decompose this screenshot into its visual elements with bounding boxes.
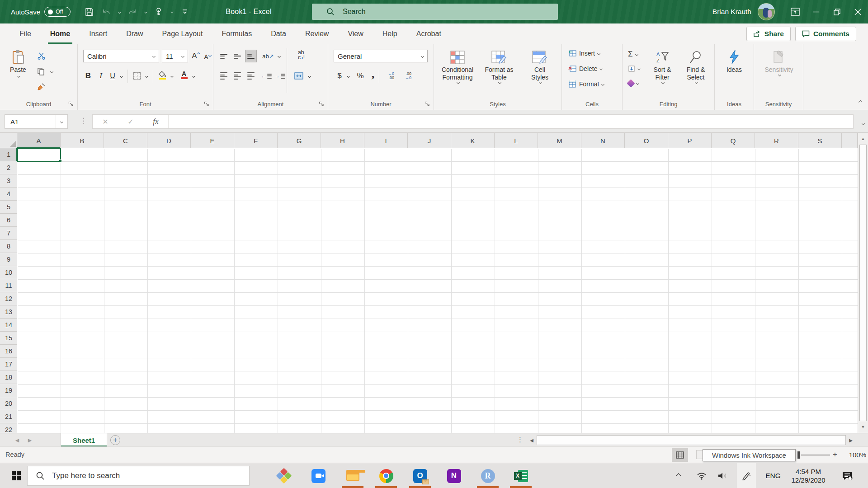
- italic-button[interactable]: I: [95, 70, 107, 82]
- wifi-tray-icon[interactable]: [693, 463, 710, 488]
- taskbar-app-chrome[interactable]: [373, 463, 399, 488]
- cancel-button[interactable]: ✕: [93, 115, 118, 128]
- row-header-2[interactable]: 2: [0, 161, 17, 174]
- taskbar-app-file-explorer[interactable]: [340, 463, 365, 488]
- orientation-button[interactable]: ab↗: [261, 50, 275, 62]
- user-name[interactable]: Brian Krauth: [712, 8, 751, 16]
- column-header-A[interactable]: A: [17, 133, 61, 148]
- row-header-18[interactable]: 18: [0, 371, 17, 384]
- taskbar-app-zoom[interactable]: [306, 463, 331, 488]
- font-color-dropdown-icon[interactable]: [190, 70, 197, 82]
- sheetbar-drag-dots[interactable]: ⋮: [517, 436, 524, 444]
- search-box[interactable]: [312, 4, 558, 20]
- name-box[interactable]: A1: [5, 114, 68, 129]
- top-align-button[interactable]: [218, 50, 230, 62]
- tab-formulas[interactable]: Formulas: [212, 23, 261, 44]
- decrease-font-size-button[interactable]: A: [202, 51, 213, 63]
- undo-dropdown-icon[interactable]: [116, 4, 123, 19]
- select-all-corner[interactable]: [0, 133, 17, 148]
- column-header-B[interactable]: B: [61, 133, 104, 148]
- orientation-dropdown-icon[interactable]: [276, 50, 282, 62]
- new-sheet-button[interactable]: +: [110, 435, 120, 445]
- scroll-down-icon[interactable]: ▼: [858, 425, 868, 429]
- find-select-button[interactable]: Find & Select: [679, 48, 712, 84]
- taskbar-search-box[interactable]: [27, 466, 250, 486]
- accounting-dropdown-icon[interactable]: [344, 70, 352, 82]
- alignment-dialog-launcher[interactable]: [319, 100, 325, 107]
- search-input[interactable]: [343, 8, 514, 16]
- column-header-H[interactable]: H: [321, 133, 364, 148]
- sheet-tab-sheet1[interactable]: Sheet1: [61, 433, 107, 447]
- zoom-slider-handle[interactable]: [797, 451, 800, 459]
- volume-tray-icon[interactable]: [714, 463, 731, 488]
- cut-button[interactable]: [35, 50, 47, 62]
- row-header-14[interactable]: 14: [0, 319, 17, 332]
- vertical-scroll-thumb[interactable]: [859, 145, 867, 421]
- comma-style-button[interactable]: ,: [367, 68, 379, 80]
- undo-icon[interactable]: [99, 4, 114, 19]
- fill-color-button[interactable]: [156, 69, 168, 81]
- number-format-select[interactable]: General: [334, 50, 428, 62]
- sheet-cells[interactable]: [18, 149, 858, 433]
- show-hidden-icons-button[interactable]: [671, 463, 686, 488]
- format-cells-button[interactable]: Format: [568, 80, 604, 88]
- row-header-11[interactable]: 11: [0, 279, 17, 292]
- action-center-icon[interactable]: [837, 463, 857, 488]
- increase-indent-button[interactable]: →: [274, 70, 286, 82]
- autosum-button[interactable]: Σ: [628, 50, 638, 59]
- align-center-button[interactable]: [231, 70, 243, 82]
- increase-decimal-button[interactable]: ←0.00: [383, 70, 399, 82]
- row-header-22[interactable]: 22: [0, 423, 17, 433]
- column-header-D[interactable]: D: [147, 133, 191, 148]
- touch-mode-dropdown-icon[interactable]: [168, 4, 175, 19]
- middle-align-button[interactable]: [231, 50, 243, 62]
- zoom-in-button[interactable]: +: [833, 450, 837, 459]
- row-header-17[interactable]: 17: [0, 358, 17, 371]
- align-right-button[interactable]: [245, 70, 257, 82]
- tab-insert[interactable]: Insert: [80, 23, 117, 44]
- bottom-align-button[interactable]: [245, 50, 257, 62]
- column-header-M[interactable]: M: [538, 133, 581, 148]
- normal-view-button[interactable]: [672, 448, 688, 462]
- fill-handle[interactable]: [59, 160, 62, 163]
- clock[interactable]: 4:54 PM 12/29/2020: [787, 463, 830, 488]
- clipboard-dialog-launcher[interactable]: [68, 100, 75, 107]
- autosave-toggle[interactable]: AutoSave Off: [11, 7, 71, 17]
- column-header-G[interactable]: G: [278, 133, 321, 148]
- scroll-right-icon[interactable]: ▶: [846, 435, 856, 445]
- user-avatar[interactable]: [758, 3, 775, 20]
- close-button[interactable]: [847, 0, 868, 23]
- horizontal-scroll-thumb[interactable]: [537, 435, 846, 445]
- formula-bar-drag-dots[interactable]: ⋮: [80, 116, 87, 126]
- enter-button[interactable]: ✓: [118, 115, 143, 128]
- taskbar-app-onenote[interactable]: N: [441, 463, 467, 488]
- column-header-S[interactable]: S: [798, 133, 842, 148]
- expand-formula-bar-icon[interactable]: [862, 118, 864, 127]
- tab-draw[interactable]: Draw: [117, 23, 152, 44]
- font-color-button[interactable]: A: [178, 69, 190, 81]
- scroll-left-icon[interactable]: ◀: [527, 435, 537, 445]
- row-header-13[interactable]: 13: [0, 305, 17, 319]
- column-header-partial[interactable]: [842, 133, 858, 148]
- column-header-C[interactable]: C: [104, 133, 147, 148]
- redo-icon[interactable]: [125, 4, 140, 19]
- ribbon-display-options-icon[interactable]: [785, 0, 806, 23]
- column-header-F[interactable]: F: [234, 133, 278, 148]
- previous-sheet-icon[interactable]: ◀: [11, 433, 24, 447]
- name-box-dropdown-icon[interactable]: [56, 115, 67, 128]
- sort-filter-button[interactable]: AZ Sort & Filter: [646, 48, 679, 84]
- taskbar-app-outlook[interactable]: O: [407, 463, 433, 488]
- font-size-select[interactable]: 11: [162, 50, 188, 62]
- fill-button[interactable]: [628, 65, 640, 72]
- column-header-L[interactable]: L: [495, 133, 538, 148]
- taskbar-app-excel[interactable]: X: [508, 463, 533, 488]
- column-header-O[interactable]: O: [625, 133, 668, 148]
- increase-font-size-button[interactable]: A: [190, 50, 202, 62]
- row-header-10[interactable]: 10: [0, 266, 17, 279]
- insert-function-button[interactable]: fx: [143, 115, 169, 128]
- row-header-19[interactable]: 19: [0, 384, 17, 397]
- row-header-7[interactable]: 7: [0, 227, 17, 240]
- column-header-I[interactable]: I: [364, 133, 408, 148]
- delete-cells-button[interactable]: Delete: [568, 65, 602, 72]
- borders-dropdown-icon[interactable]: [143, 70, 150, 82]
